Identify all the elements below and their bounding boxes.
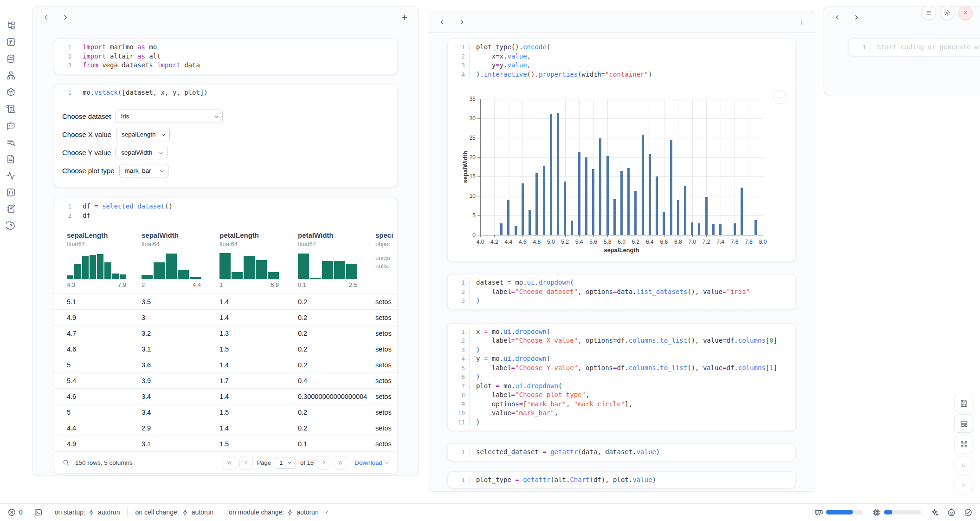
code-line[interactable]: )	[469, 296, 795, 306]
plot-code[interactable]: 1⌄plot_type().encode(2 x=x.value,3 y=y.v…	[448, 39, 795, 83]
add-cell-icon[interactable]	[400, 13, 408, 21]
page-select[interactable]: 1	[275, 457, 296, 469]
column-header[interactable]: petalWidthfloat640.12.5	[298, 231, 375, 293]
plot-type-cell[interactable]: 1plot_type = getattr(alt.Chart(df), plot…	[447, 471, 796, 489]
run-config[interactable]: on cell change:autorun	[135, 508, 213, 516]
save-button[interactable]	[954, 394, 973, 412]
code-line[interactable]: label="Choose plot type",	[469, 391, 795, 400]
fold-icon[interactable]: ⌄	[468, 382, 471, 391]
stop-button[interactable]	[954, 456, 974, 475]
settings-button[interactable]	[940, 6, 954, 20]
file-tree-icon[interactable]	[6, 20, 16, 30]
chart-menu-button[interactable]	[773, 91, 787, 104]
code-line[interactable]: value="mark_bar",	[469, 409, 795, 418]
table-row[interactable]: 4.93.11.50.1setos	[54, 436, 397, 451]
column-header[interactable]: sepalWidthfloat6424.4	[142, 231, 219, 293]
column-header[interactable]: speciobjecuniqunulls:	[375, 231, 397, 293]
chevron-right-icon[interactable]	[853, 14, 860, 21]
code-line[interactable]: plot_type = getattr(alt.Chart(df), plot.…	[469, 475, 795, 485]
tracing-icon[interactable]	[6, 171, 16, 181]
code-line[interactable]: df = selected_dataset()	[76, 202, 397, 211]
chatbot-icon[interactable]	[6, 121, 16, 130]
imports-cell[interactable]: 1import marimo as mo2import altair as al…	[54, 39, 398, 74]
chevron-left-icon[interactable]	[439, 19, 446, 26]
code-line[interactable]: label="Choose Y value", options=df.colum…	[469, 364, 795, 373]
table-row[interactable]: 4.63.41.40.30000000000000004setos	[54, 388, 397, 404]
code-line[interactable]: ).interactive().properties(width="contai…	[469, 70, 795, 79]
ai-sparkles-icon[interactable]	[930, 508, 939, 517]
database-icon[interactable]	[6, 54, 16, 64]
first-page-button[interactable]	[223, 456, 236, 469]
choose-x-value-select[interactable]: sepalLength	[116, 128, 170, 141]
code-line[interactable]: y=y.value,	[469, 61, 795, 70]
dataframe-code[interactable]: 1df = selected_dataset()2df	[54, 198, 397, 224]
next-page-button[interactable]	[317, 456, 330, 469]
choose-dataset-select[interactable]: iris	[116, 110, 223, 123]
selected-dataset-cell[interactable]: 1selected_dataset = getattr(data, datase…	[447, 443, 796, 461]
code-line[interactable]: options=["mark_bar", "mark_circle"],	[469, 400, 795, 409]
dependency-graph-icon[interactable]	[6, 71, 16, 80]
command-palette-button[interactable]	[954, 435, 973, 453]
terminal-icon[interactable]	[34, 508, 43, 517]
code-line[interactable]: import altair as alt	[76, 52, 397, 61]
code-line[interactable]: selected_dataset = getattr(data, dataset…	[469, 448, 795, 457]
search-icon[interactable]	[62, 459, 70, 467]
snippets-icon[interactable]	[6, 188, 16, 197]
empty-cell[interactable]: 1Start coding or generate with AI	[848, 39, 980, 56]
widgets-cell[interactable]: 1⌄x = mo.ui.dropdown(2 label="Choose X v…	[447, 323, 796, 431]
column-header[interactable]: sepalLengthfloat644.37.9	[67, 231, 142, 293]
code-line[interactable]: Start coding or generate with AI	[870, 43, 980, 52]
table-row[interactable]: 5.13.51.40.2setos	[54, 293, 397, 309]
run-config[interactable]: on startup:autorun	[55, 508, 120, 516]
vstack-code[interactable]: 1mo.vstack([dataset, x, y, plot])	[54, 85, 397, 101]
add-cell-icon[interactable]	[797, 18, 805, 26]
scratchpad-icon[interactable]	[6, 204, 16, 214]
table-row[interactable]: 4.73.21.30.2setos	[54, 325, 397, 341]
menu-button[interactable]	[922, 6, 936, 20]
chevron-right-icon[interactable]	[458, 19, 465, 26]
table-row[interactable]: 4.63.11.50.2setos	[54, 341, 397, 357]
dataset-dropdown-cell[interactable]: 1⌄dataset = mo.ui.dropdown(2 label="Choo…	[447, 274, 796, 310]
code-line[interactable]: label="Choose X value", options=df.colum…	[469, 336, 795, 345]
code-line[interactable]: x = mo.ui.dropdown(	[469, 327, 795, 337]
table-row[interactable]: 4.42.91.40.2setos	[54, 420, 397, 436]
help-icon[interactable]	[6, 221, 16, 231]
close-button[interactable]	[958, 6, 973, 20]
fold-icon[interactable]: ⌄	[468, 354, 471, 364]
code-line[interactable]: from vega_datasets import data	[76, 61, 397, 70]
errors-icon[interactable]	[7, 508, 16, 517]
fold-icon[interactable]: ⌄	[468, 327, 471, 337]
chevron-right-icon[interactable]	[62, 14, 69, 21]
package-icon[interactable]	[6, 87, 16, 97]
code-line[interactable]: y = mo.ui.dropdown(	[469, 354, 795, 364]
choose-plot-type-select[interactable]: mark_bar	[119, 164, 168, 177]
last-page-button[interactable]	[334, 456, 347, 469]
table-row[interactable]: 53.61.40.2setos	[54, 357, 397, 372]
code-line[interactable]: plot_type().encode(	[469, 43, 795, 52]
table-row[interactable]: 4.931.40.2setos	[54, 309, 397, 325]
function-icon[interactable]	[6, 37, 16, 47]
table-row[interactable]: 53.41.50.2setos	[54, 404, 397, 420]
code-line[interactable]: df	[76, 211, 397, 221]
code-line[interactable]: mo.vstack([dataset, x, y, plot])	[76, 88, 397, 98]
run-config[interactable]: on module change:autorun	[229, 508, 329, 516]
prev-page-button[interactable]	[239, 456, 253, 469]
documentation-icon[interactable]	[6, 154, 16, 164]
code-line[interactable]: plot = mo.ui.dropdown(	[469, 382, 795, 391]
code-line[interactable]: import marimo as mo	[76, 43, 397, 52]
fold-icon[interactable]: ⌄	[468, 278, 471, 287]
connection-status-icon[interactable]	[964, 508, 973, 517]
table-row[interactable]: 5.43.91.70.4setos	[54, 372, 397, 388]
run-button[interactable]	[954, 475, 974, 495]
logs-icon[interactable]	[6, 137, 16, 147]
chevron-left-icon[interactable]	[834, 14, 841, 21]
code-line[interactable]: dataset = mo.ui.dropdown(	[469, 278, 795, 287]
code-line[interactable]: )	[469, 345, 795, 355]
code-line[interactable]: label="Choose dataset", options=data.lis…	[469, 287, 795, 297]
chevron-left-icon[interactable]	[43, 14, 50, 21]
code-line[interactable]: x=x.value,	[469, 52, 795, 61]
layout-button[interactable]	[954, 414, 973, 433]
download-button[interactable]: Download	[355, 459, 389, 466]
copilot-icon[interactable]	[947, 508, 956, 517]
altair-bar-chart[interactable]: 4.04.24.44.64.85.05.25.45.65.86.06.26.46…	[448, 83, 795, 261]
